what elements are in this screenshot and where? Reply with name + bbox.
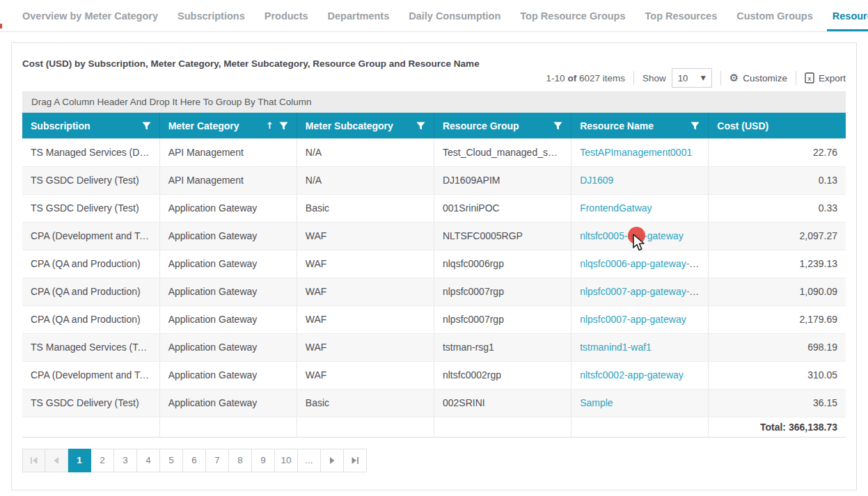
cell-meter-subcategory: WAF xyxy=(297,333,434,361)
tab-daily-consumption[interactable]: Daily Consumption xyxy=(399,0,510,31)
cell-resource-name: nlqsfc0006-app-gateway-BO xyxy=(571,250,709,278)
cell-meter-subcategory: WAF xyxy=(297,361,434,389)
cell-resource-name: nlpsfc0007-app-gateway-BO xyxy=(571,278,709,305)
cell-meter-subcategory: WAF xyxy=(297,250,434,278)
red-edge-mark xyxy=(0,24,2,29)
customize-button[interactable]: ⚙ Customize xyxy=(729,72,787,84)
cell-subscription: CPA (QA and Production) xyxy=(22,250,159,278)
column-label: Meter Subcategory xyxy=(306,120,393,131)
filter-icon[interactable] xyxy=(142,122,151,130)
resource-name-link[interactable]: nlpsfc0007-app-gateway-BO xyxy=(580,286,703,297)
pager-first-button xyxy=(22,449,45,472)
column-label: Resource Group xyxy=(443,120,519,131)
toolbar-divider xyxy=(633,71,634,85)
cell-cost: 0.33 xyxy=(709,194,846,222)
page-size-select[interactable]: 10 ▼ xyxy=(672,68,712,88)
footer-cell xyxy=(159,417,297,437)
tab-departments[interactable]: Departments xyxy=(318,0,400,31)
cell-meter-subcategory: Basic xyxy=(297,194,434,222)
tab-overview-by-meter-category[interactable]: Overview by Meter Category xyxy=(13,0,168,31)
pager-more-button[interactable]: ... xyxy=(298,449,321,472)
pager-page-4[interactable]: 4 xyxy=(137,449,160,472)
pager-page-3[interactable]: 3 xyxy=(114,449,137,472)
pager-page-1[interactable]: 1 xyxy=(68,449,91,472)
pager-page-5[interactable]: 5 xyxy=(160,449,183,472)
column-header-resource-name[interactable]: Resource Name xyxy=(571,113,709,138)
resource-name-link[interactable]: DJ1609 xyxy=(580,175,613,186)
filter-icon[interactable] xyxy=(691,122,700,130)
cell-meter-subcategory: WAF xyxy=(297,278,434,305)
range-prefix: 1-10 xyxy=(546,73,565,83)
tab-resource-list[interactable]: Resource List xyxy=(823,0,868,31)
table-row: CPA (Development and Test)Application Ga… xyxy=(22,361,846,389)
cell-subscription: CPA (QA and Production) xyxy=(22,305,159,333)
pager-page-6[interactable]: 6 xyxy=(183,449,206,472)
cell-cost: 22.76 xyxy=(709,138,846,166)
footer-cell xyxy=(22,417,159,437)
resource-list-panel: Cost (USD) by Subscription, Meter Catego… xyxy=(11,42,857,490)
svg-text:x: x xyxy=(807,75,812,82)
pager-page-9[interactable]: 9 xyxy=(252,449,275,472)
cell-subscription: TS GSDC Delivery (Test) xyxy=(22,194,159,222)
pager-prev-button xyxy=(45,449,68,472)
cell-resource-group: nltsfc0002rgp xyxy=(434,361,571,389)
total-cost-cell: Total: 366,138.73 xyxy=(709,417,846,437)
column-header-meter-subcategory[interactable]: Meter Subcategory xyxy=(297,113,434,138)
table-row: CPA (QA and Production)Application Gatew… xyxy=(22,278,846,305)
tab-top-resource-groups[interactable]: Top Resource Groups xyxy=(510,0,635,31)
filter-icon[interactable] xyxy=(416,122,425,130)
cell-resource-group: nlpsfc0007rgp xyxy=(434,305,571,333)
pager-page-2[interactable]: 2 xyxy=(91,449,114,472)
resource-name-link[interactable]: nltsfc0002-app-gateway xyxy=(580,369,684,381)
grid-footer-row: Total: 366,138.73 xyxy=(22,417,846,437)
resource-name-link[interactable]: Sample xyxy=(580,397,613,408)
resource-name-link[interactable]: nlpsfc0007-app-gateway xyxy=(580,314,686,325)
cell-subscription: CPA (Development and Test) xyxy=(22,222,159,250)
cell-resource-name: FrontendGatway xyxy=(571,194,709,222)
resource-name-link[interactable]: FrontendGatway xyxy=(580,202,652,214)
tab-top-resources[interactable]: Top Resources xyxy=(636,0,727,31)
cell-meter-category: API Management xyxy=(159,138,297,166)
footer-cell xyxy=(434,417,571,437)
column-label: Cost (USD) xyxy=(717,120,768,131)
sort-ascending-icon: ↑ xyxy=(266,120,274,131)
cell-subscription: TS GSDC Delivery (Test) xyxy=(22,389,159,417)
filter-icon[interactable] xyxy=(279,122,288,130)
group-drop-zone[interactable]: Drag A Column Header And Drop It Here To… xyxy=(22,91,846,113)
cell-subscription: TS Managed Services (Dev) xyxy=(22,138,159,166)
cell-resource-group: 001SriniPOC xyxy=(434,194,571,222)
cell-meter-category: Application Gateway xyxy=(159,389,297,417)
cell-meter-category: API Management xyxy=(159,166,297,194)
cell-resource-group: tstman-rsg1 xyxy=(434,333,571,361)
cell-cost: 1,239.13 xyxy=(709,250,846,278)
resource-name-link[interactable]: nlqsfc0006-app-gateway-BO xyxy=(580,258,703,269)
column-header-resource-group[interactable]: Resource Group xyxy=(434,113,571,138)
excel-export-icon: x xyxy=(805,72,814,83)
column-header-subscription[interactable]: Subscription xyxy=(22,113,159,138)
filter-icon[interactable] xyxy=(553,122,562,130)
resource-name-link[interactable]: nltsfc0005-app-gateway xyxy=(580,230,684,241)
cell-meter-category: Application Gateway xyxy=(159,361,297,389)
tab-custom-groups[interactable]: Custom Groups xyxy=(727,0,823,31)
pager-page-8[interactable]: 8 xyxy=(229,449,252,472)
cell-meter-subcategory: Basic xyxy=(297,389,434,417)
export-button[interactable]: x Export xyxy=(805,72,846,83)
column-label: Subscription xyxy=(31,120,90,131)
cell-subscription: CPA (Development and Test) xyxy=(22,361,159,389)
pager-page-10[interactable]: 10 xyxy=(275,449,298,472)
pager-last-button[interactable] xyxy=(344,449,367,472)
cell-meter-category: Application Gateway xyxy=(159,222,297,250)
pager-page-7[interactable]: 7 xyxy=(206,449,229,472)
column-header-cost-usd-[interactable]: Cost (USD) xyxy=(709,113,846,138)
cell-meter-subcategory: N/A xyxy=(297,166,434,194)
column-header-meter-category[interactable]: Meter Category↑ xyxy=(159,113,297,138)
customize-label: Customize xyxy=(743,73,787,83)
cell-cost: 2,179.69 xyxy=(709,305,846,333)
cell-cost: 36.15 xyxy=(709,389,846,417)
tab-products[interactable]: Products xyxy=(255,0,318,31)
pager-next-button[interactable] xyxy=(321,449,344,472)
tab-subscriptions[interactable]: Subscriptions xyxy=(168,0,255,31)
table-row: TS GSDC Delivery (Test)API ManagementN/A… xyxy=(22,166,846,194)
resource-name-link[interactable]: TestAPImanagement0001 xyxy=(580,147,692,158)
resource-name-link[interactable]: tstmanind1-waf1 xyxy=(580,342,652,353)
